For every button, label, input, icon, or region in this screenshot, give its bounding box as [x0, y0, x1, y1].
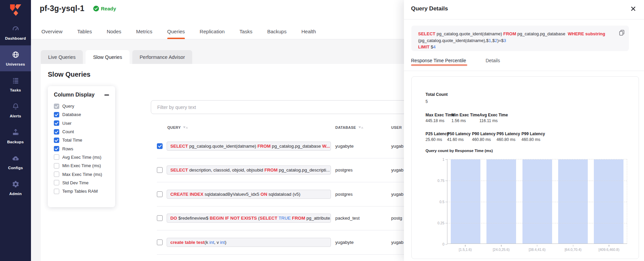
column-option-std-dev-time[interactable]: Std Dev Time [54, 179, 109, 187]
x-axis-tick: [24.0,25.6) [486, 245, 516, 252]
tab-replication[interactable]: Replication [200, 24, 225, 39]
title-row: pf-3g-ysql-1 Ready [40, 4, 116, 13]
query-cell: DO $redefineview$ BEGIN IF NOT EXISTS (S… [167, 214, 331, 223]
checkbox[interactable] [54, 138, 59, 143]
tasks-icon [12, 77, 20, 86]
stat-label: P99 Latency [521, 132, 545, 136]
sidebar-item-alerts[interactable]: Alerts [0, 97, 31, 123]
column-header-query[interactable]: QUERY [167, 125, 331, 129]
close-icon[interactable] [631, 6, 636, 11]
tab-overview[interactable]: Overview [41, 24, 63, 39]
tab-queries[interactable]: Queries [167, 24, 185, 39]
tab-tasks[interactable]: Tasks [239, 24, 252, 39]
subtab-slow-queries[interactable]: Slow Queries [86, 50, 129, 64]
tab-tables[interactable]: Tables [77, 24, 92, 39]
sidebar-item-backups[interactable]: Backups [0, 123, 31, 149]
stat-value: 460.80 ms [497, 137, 515, 142]
tab-health[interactable]: Health [301, 24, 316, 39]
row-checkbox[interactable] [157, 191, 163, 197]
dashboard-icon [12, 25, 20, 34]
row-checkbox[interactable] [157, 167, 163, 173]
column-option-label: Total Time [62, 138, 82, 143]
sql-segment: 3 [504, 38, 506, 43]
sort-icon[interactable] [183, 126, 188, 129]
collapse-minus-icon[interactable] [104, 95, 109, 96]
checkbox[interactable] [54, 163, 59, 169]
sidebar-item-label: Dashboard [5, 36, 26, 40]
sidebar-nav: DashboardUniversesTasksAlertsBackupsConf… [0, 20, 31, 201]
row-checkbox[interactable] [157, 143, 163, 149]
x-axis-tick: [64.0,70.4) [558, 245, 588, 252]
sql-segment: FROM [292, 216, 306, 221]
checkbox[interactable] [54, 112, 59, 117]
column-option-avg-exec-time-ms-[interactable]: Avg Exec Time (ms) [54, 153, 109, 161]
column-option-user[interactable]: User [54, 119, 109, 127]
query-filter-input[interactable] [151, 100, 417, 114]
column-option-database[interactable]: Database [54, 110, 109, 119]
stat-value: 445.18 ms [426, 118, 444, 123]
checkbox[interactable] [54, 154, 59, 160]
checkbox[interactable] [54, 146, 59, 151]
sidebar-item-dashboard[interactable]: Dashboard [0, 20, 31, 45]
sql-segment: pg_attribute... [306, 216, 331, 221]
sql-segment: FROM [264, 167, 279, 173]
column-option-total-time[interactable]: Total Time [54, 136, 109, 144]
checkbox[interactable] [54, 180, 59, 185]
detail-tab-details[interactable]: Details [485, 58, 500, 71]
check-circle-icon [93, 6, 99, 11]
column-option-label: Max Exec Time (ms) [62, 172, 102, 177]
sidebar-item-tasks[interactable]: Tasks [0, 71, 31, 97]
sql-segment: int [220, 240, 225, 245]
gridline [447, 202, 627, 202]
sql-segment: pg_catalog.quote_ident(datname) [437, 31, 503, 36]
checkbox[interactable] [54, 104, 59, 109]
y-axis-tick: 0.25 [438, 221, 444, 225]
sql-segment: (pg_catalog.quote_ident(datname),$ [418, 38, 489, 43]
row-checkbox[interactable] [157, 215, 163, 221]
column-option-rows[interactable]: Rows [54, 144, 109, 153]
sql-segment: 2 [495, 38, 497, 43]
sql-segment: sqldataload (v5) [268, 192, 300, 197]
sql-segment: , v [214, 240, 220, 245]
x-axis-tick: [38.4,41.6) [522, 245, 552, 252]
sort-icon[interactable] [358, 126, 364, 129]
column-header-database[interactable]: DATABASE [335, 125, 391, 129]
subtab-live-queries[interactable]: Live Queries [41, 50, 83, 64]
sidebar-item-universes[interactable]: Universes [0, 45, 31, 71]
subtab-performance-advisor[interactable]: Performance Advisor [132, 50, 193, 64]
detail-tabs-divider [404, 71, 644, 71]
stat-label: Avg Exec Time [479, 113, 508, 117]
checkbox[interactable] [54, 120, 59, 126]
x-tick-mark [465, 245, 466, 247]
alerts-icon [12, 103, 20, 112]
column-option-count[interactable]: Count [54, 127, 109, 136]
x-axis-tick: [409.6,460.8) [594, 245, 624, 252]
column-option-temp-tables-ram[interactable]: Temp Tables RAM [54, 187, 109, 195]
sql-line: (pg_catalog.quote_ident(datname),$1,$2)=… [418, 37, 613, 44]
tab-backups[interactable]: Backups [267, 24, 287, 39]
checkbox[interactable] [54, 189, 59, 194]
column-option-min-exec-time-ms-[interactable]: Min Exec Time (ms) [54, 161, 109, 170]
yugabyte-logo[interactable] [7, 3, 24, 18]
checkbox[interactable] [54, 129, 59, 135]
backups-icon [12, 128, 20, 138]
sidebar-item-admin[interactable]: Admin [0, 175, 31, 201]
column-option-query[interactable]: Query [54, 102, 109, 110]
sql-segment: sqldataloadByValuev5_idx5 [205, 192, 261, 197]
copy-icon[interactable] [619, 30, 625, 36]
x-tick-label: [38.4,41.6) [522, 248, 552, 252]
detail-tab-response-time-percentile[interactable]: Response Time Percentile [411, 58, 466, 71]
sql-segment: LIMIT [418, 44, 431, 49]
checkbox[interactable] [54, 172, 59, 177]
column-option-label: Count [62, 129, 74, 134]
tab-nodes[interactable]: Nodes [107, 24, 121, 39]
query-subtabs: Live QueriesSlow QueriesPerformance Advi… [41, 50, 192, 64]
sidebar-item-configs[interactable]: Configs [0, 149, 31, 175]
sql-segment: FROM [503, 31, 517, 36]
stat-label: Min Exec Time [451, 113, 479, 117]
column-option-max-exec-time-ms-[interactable]: Max Exec Time (ms) [54, 170, 109, 178]
x-tick-mark [501, 245, 502, 247]
row-checkbox[interactable] [157, 239, 163, 245]
tab-metrics[interactable]: Metrics [136, 24, 152, 39]
status-badge: Ready [93, 6, 116, 11]
